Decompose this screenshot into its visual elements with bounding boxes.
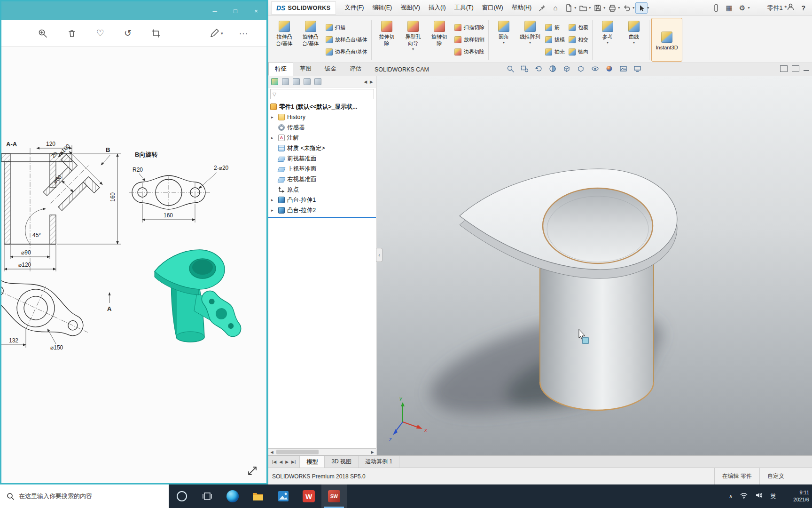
zoom-area-icon[interactable] [520,64,529,73]
menu-help[interactable]: 帮助(H) [508,1,536,15]
rotate-icon[interactable]: ↺ [124,28,132,39]
propertymanager-tab-icon[interactable] [282,78,289,85]
open-dropdown-icon[interactable]: ▾ [589,6,591,10]
edit-appearance-icon[interactable] [604,64,614,73]
taskbar-search[interactable]: 在这里输入你要搜索的内容 [0,484,169,508]
tree-item-annotations[interactable]: ▸ A 注解 [268,133,376,143]
rib-button[interactable]: 筋 [545,24,565,31]
tree-item-boss-extrude2[interactable]: ▸ 凸台-拉伸2 [268,205,376,215]
ime-indicator[interactable]: 英 [770,492,776,500]
tree-root-item[interactable]: 零件1 (默认<<默认>_显示状... [268,102,376,112]
swept-boss-button[interactable]: 扫描 [326,24,367,31]
wps-button[interactable]: W [296,484,321,508]
photos-app-button[interactable] [271,484,296,508]
menu-tools[interactable]: 工具(T) [450,1,478,15]
curves-button[interactable]: 曲线 ▾ [621,18,647,62]
edge-button[interactable] [220,484,245,508]
select-cursor-icon[interactable] [635,2,648,14]
settings-gear-icon[interactable]: ⚙ [736,2,749,14]
reference-geometry-button[interactable]: 参考 ▾ [594,18,621,62]
new-dropdown-icon[interactable]: ▾ [574,6,576,10]
menu-edit[interactable]: 编辑(E) [368,1,397,15]
draft-button[interactable]: 拔模 [545,36,565,43]
hole-wizard-button[interactable]: 异型孔 向导 ▾ [400,18,426,62]
save-dropdown-icon[interactable]: ▾ [603,6,605,10]
save-icon[interactable] [592,2,604,14]
curves-dropdown-icon[interactable]: ▾ [633,40,635,45]
options-grid-icon[interactable]: ▦ [723,2,735,14]
display-style-icon[interactable] [576,64,586,73]
tree-item-front-plane[interactable]: 前视基准面 [268,153,376,164]
tab-features[interactable]: 特征 [268,62,293,76]
scroll-left-icon[interactable]: ◀ [268,450,275,454]
last-tab-icon[interactable]: ▶| [290,460,297,464]
volume-icon[interactable] [755,492,763,501]
tree-horizontal-scrollbar[interactable]: ◀ ▶ [268,448,376,455]
expander-icon[interactable]: ▸ [271,135,276,140]
featuremanager-tab-icon[interactable] [271,78,278,85]
tree-item-right-plane[interactable]: 右视基准面 [268,174,376,184]
instant3d-button[interactable]: Instant3D [651,18,682,62]
view-settings-icon[interactable] [632,64,642,73]
delete-icon[interactable] [67,28,77,39]
tree-filter-input[interactable] [278,91,372,97]
tree-item-origin[interactable]: 原点 [268,184,376,195]
linear-pattern-dropdown-icon[interactable]: ▾ [529,40,531,45]
more-options-icon[interactable]: ··· [239,28,248,39]
edit-dropdown-icon[interactable]: ▾ [221,31,223,36]
tab-scroll-left-icon[interactable]: ◀ [364,79,367,84]
home-icon[interactable]: ⌂ [549,2,562,14]
minimize-pane-icon[interactable] [804,70,809,71]
file-explorer-button[interactable] [245,484,271,508]
split-pane-right-icon[interactable] [792,65,799,72]
expander-icon[interactable]: ▸ [271,115,276,119]
tab-evaluate[interactable]: 评估 [343,62,368,76]
zoom-in-icon[interactable] [38,28,47,39]
favorite-icon[interactable]: ♡ [96,28,104,39]
select-dropdown-icon[interactable]: ▾ [647,6,649,10]
prev-tab-icon[interactable]: ◀ [278,460,283,464]
tab-solidworks-cam[interactable]: SOLIDWORKS CAM [368,64,436,76]
first-tab-icon[interactable]: |◀ [271,460,277,464]
view-orientation-icon[interactable] [562,64,571,73]
scrollbar-thumb[interactable] [276,450,319,454]
tree-item-material[interactable]: 材质 <未指定> [268,143,376,153]
mirror-button[interactable]: 镜向 [569,48,588,56]
dimxpertmanager-tab-icon[interactable] [304,78,311,85]
solidworks-taskbar-button[interactable]: SW [321,484,347,508]
lofted-boss-button[interactable]: 放样凸台/基体 [326,36,367,43]
print-dropdown-icon[interactable]: ▾ [618,6,620,10]
menu-insert[interactable]: 插入(I) [424,1,450,15]
crop-icon[interactable] [151,28,161,39]
revolve-boss-button[interactable]: 旋转凸 台/基体 [297,18,324,62]
menu-window[interactable]: 窗口(W) [478,1,508,15]
cortana-button[interactable] [169,484,195,508]
customize-label[interactable]: 自定义 [759,468,812,484]
apply-scene-icon[interactable] [618,64,628,73]
undo-dropdown-icon[interactable]: ▾ [632,6,634,10]
maximize-button[interactable]: □ [225,1,246,20]
displaymanager-tab-icon[interactable] [314,78,321,85]
hide-show-icon[interactable] [590,64,600,73]
settings-dropdown-icon[interactable]: ▾ [748,6,750,10]
undo-icon[interactable] [621,2,633,14]
fullscreen-expand-icon[interactable] [247,465,259,477]
menu-file[interactable]: 文件(F) [341,1,368,15]
tab-scroll-right-icon[interactable]: ▶ [370,79,373,84]
swept-cut-button[interactable]: 扫描切除 [454,24,484,31]
zoom-fit-icon[interactable] [506,64,515,73]
tree-item-top-plane[interactable]: 上视基准面 [268,164,376,174]
pin-menu-icon[interactable] [536,2,548,14]
tab-sketch[interactable]: 草图 [293,62,318,76]
section-view-icon[interactable] [548,64,557,73]
expander-icon[interactable]: ▸ [271,208,276,213]
extrude-cut-button[interactable]: 拉伸切 除 [374,18,400,62]
fillet-button[interactable]: 圆角 ▾ [491,18,517,62]
task-view-button[interactable] [195,484,220,508]
previous-view-icon[interactable] [534,64,543,73]
tray-expand-icon[interactable]: ∧ [729,493,733,500]
tab-model[interactable]: 模型 [300,456,325,468]
revolve-cut-button[interactable]: 旋转切 除 [426,18,453,62]
menu-view[interactable]: 视图(V) [396,1,424,15]
open-icon[interactable] [577,2,589,14]
